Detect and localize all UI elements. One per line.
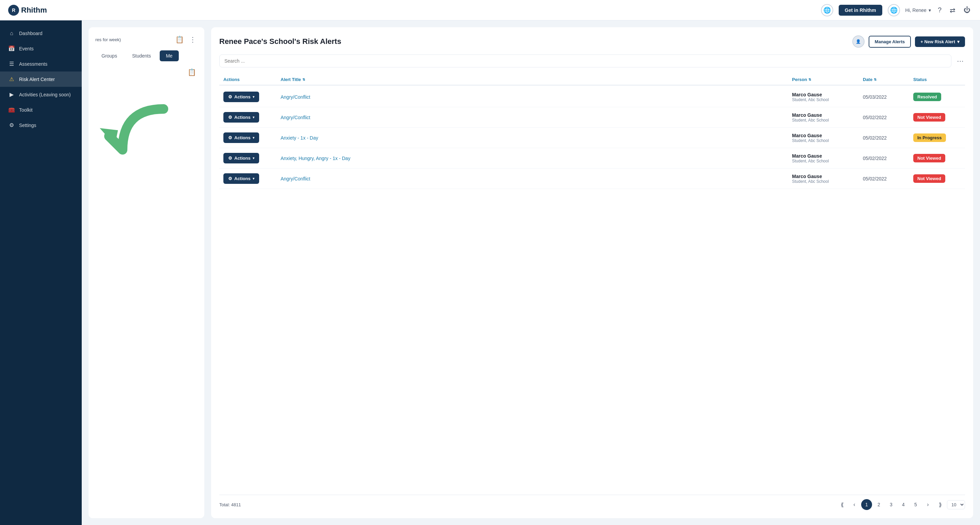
sidebar-item-toolkit[interactable]: 🧰 Toolkit (0, 102, 82, 118)
page-2-button[interactable]: 2 (873, 499, 884, 510)
table-container: Actions Alert Title ⇅ Person ⇅ Date ⇅ (219, 74, 965, 489)
language-button[interactable]: 🌐 (888, 4, 900, 16)
alert-title-link[interactable]: Angry/Conflict (281, 115, 310, 120)
chevron-down-icon: ▾ (957, 39, 959, 44)
table-row: ⚙ Actions ▾ Angry/Conflict Marco Gause S… (219, 169, 965, 189)
person-name: Marco Gause (792, 173, 860, 179)
alert-title-link[interactable]: Anxiety - 1x - Day (281, 135, 318, 141)
actions-cell: ⚙ Actions ▾ (223, 92, 278, 102)
actions-button[interactable]: ⚙ Actions ▾ (223, 173, 259, 184)
date-cell: 05/02/2022 (863, 176, 910, 181)
user-greeting: Hi, Renee (905, 8, 926, 13)
date-cell: 05/02/2022 (863, 156, 910, 161)
sidebar-item-events[interactable]: 📅 Events (0, 41, 82, 56)
tab-me[interactable]: Me (160, 50, 178, 61)
chevron-down-icon: ▾ (253, 156, 255, 160)
sort-icon: ⇅ (808, 78, 811, 81)
gear-icon: ⚙ (228, 135, 232, 140)
alert-title-cell: Angry/Conflict (281, 115, 789, 121)
logo-text: Rhithm (21, 6, 47, 14)
new-risk-alert-button[interactable]: + New Risk Alert ▾ (915, 37, 965, 47)
swap-icon-button[interactable]: ⇄ (948, 5, 957, 16)
header-actions: 👤 Manage Alerts + New Risk Alert ▾ (852, 35, 965, 48)
play-icon: ▶ (8, 91, 15, 98)
sidebar-item-risk-alert-center[interactable]: ⚠ Risk Alert Center (0, 72, 82, 87)
sidebar-item-label: Activities (Leaving soon) (19, 92, 71, 97)
alert-title-link[interactable]: Angry/Conflict (281, 94, 310, 100)
table-header: Actions Alert Title ⇅ Person ⇅ Date ⇅ (219, 74, 965, 86)
chevron-down-icon: ▾ (253, 177, 255, 180)
sidebar-item-settings[interactable]: ⚙ Settings (0, 118, 82, 133)
actions-cell: ⚙ Actions ▾ (223, 173, 278, 184)
person-name: Marco Gause (792, 153, 860, 159)
page-4-button[interactable]: 4 (898, 499, 909, 510)
sort-icon: ⇅ (874, 78, 877, 81)
sort-icon: ⇅ (302, 78, 305, 81)
sidebar-item-assessments[interactable]: ☰ Assessments (0, 56, 82, 72)
chevron-down-icon: ▾ (253, 115, 255, 119)
document-icon-button-2[interactable]: 📋 (186, 67, 197, 78)
person-name: Marco Gause (792, 112, 860, 118)
right-panel: Renee Pace's School's Risk Alerts 👤 Mana… (211, 27, 973, 518)
more-options-button[interactable]: ⋮ (188, 34, 197, 45)
person-cell: Marco Gause Student, Abc School (792, 133, 860, 143)
total-count: Total: 4811 (219, 502, 241, 507)
left-panel-header: res for week) 📋 ⋮ (95, 34, 197, 45)
sidebar-item-label: Toolkit (19, 107, 33, 113)
alert-title-link[interactable]: Anxiety, Hungry, Angry - 1x - Day (281, 156, 350, 161)
search-input[interactable] (219, 54, 951, 67)
chevron-down-icon: ▾ (253, 136, 255, 140)
sidebar-item-dashboard[interactable]: ⌂ Dashboard (0, 26, 82, 41)
last-page-button[interactable]: ⟫ (935, 499, 946, 510)
actions-cell: ⚙ Actions ▾ (223, 112, 278, 123)
sidebar-item-label: Dashboard (19, 31, 43, 36)
status-badge: In Progress (913, 134, 946, 142)
sidebar-item-activities[interactable]: ▶ Activities (Leaving soon) (0, 87, 82, 102)
manage-alerts-button[interactable]: Manage Alerts (869, 36, 911, 48)
prev-page-button[interactable]: ‹ (849, 499, 860, 510)
tab-students[interactable]: Students (126, 50, 157, 61)
actions-cell: ⚙ Actions ▾ (223, 132, 278, 143)
gear-icon: ⚙ (228, 94, 232, 99)
person-sub: Student, Abc School (792, 97, 860, 102)
table-row: ⚙ Actions ▾ Angry/Conflict Marco Gause S… (219, 87, 965, 107)
person-sub: Student, Abc School (792, 179, 860, 184)
get-in-rhithm-button[interactable]: Get in Rhithm (839, 5, 882, 16)
tab-groups[interactable]: Groups (95, 50, 123, 61)
power-icon-button[interactable]: ⏻ (962, 5, 972, 15)
right-panel-header: Renee Pace's School's Risk Alerts 👤 Mana… (219, 35, 965, 48)
actions-button[interactable]: ⚙ Actions ▾ (223, 153, 259, 164)
actions-button[interactable]: ⚙ Actions ▾ (223, 92, 259, 102)
next-page-button[interactable]: › (923, 499, 933, 510)
first-page-button[interactable]: ⟪ (837, 499, 848, 510)
calendar-icon: 📅 (8, 45, 15, 52)
per-page-select[interactable]: 10 25 50 (947, 500, 965, 509)
page-3-button[interactable]: 3 (886, 499, 897, 510)
top-navigation: R Rhithm 🌐 Get in Rhithm 🌐 Hi, Renee ▾ ?… (0, 0, 980, 21)
page-1-button[interactable]: 1 (861, 499, 872, 510)
sidebar-item-label: Events (19, 46, 34, 51)
person-name: Marco Gause (792, 92, 860, 97)
tabs-row: Groups Students Me (95, 50, 197, 61)
person-sub: Student, Abc School (792, 159, 860, 164)
document-icon-button[interactable]: 📋 (174, 34, 185, 45)
col-header-person[interactable]: Person ⇅ (792, 77, 860, 82)
gear-icon: ⚙ (228, 156, 232, 161)
col-header-alert-title[interactable]: Alert Title ⇅ (281, 77, 789, 82)
sidebar-item-label: Risk Alert Center (19, 76, 55, 82)
logo[interactable]: R Rhithm (8, 5, 47, 16)
col-header-date[interactable]: Date ⇅ (863, 77, 910, 82)
alert-title-cell: Anxiety - 1x - Day (281, 135, 789, 141)
actions-button[interactable]: ⚙ Actions ▾ (223, 132, 259, 143)
alert-title-link[interactable]: Angry/Conflict (281, 176, 310, 181)
globe-icon-button[interactable]: 🌐 (821, 4, 833, 16)
actions-cell: ⚙ Actions ▾ (223, 153, 278, 164)
date-cell: 05/03/2022 (863, 94, 910, 100)
left-panel-subtitle: res for week) (95, 37, 121, 42)
user-menu[interactable]: Hi, Renee ▾ (905, 8, 931, 13)
search-more-button[interactable]: ⋯ (956, 56, 965, 67)
actions-button[interactable]: ⚙ Actions ▾ (223, 112, 259, 123)
person-name: Marco Gause (792, 133, 860, 138)
page-5-button[interactable]: 5 (910, 499, 921, 510)
help-icon-button[interactable]: ? (936, 5, 943, 15)
